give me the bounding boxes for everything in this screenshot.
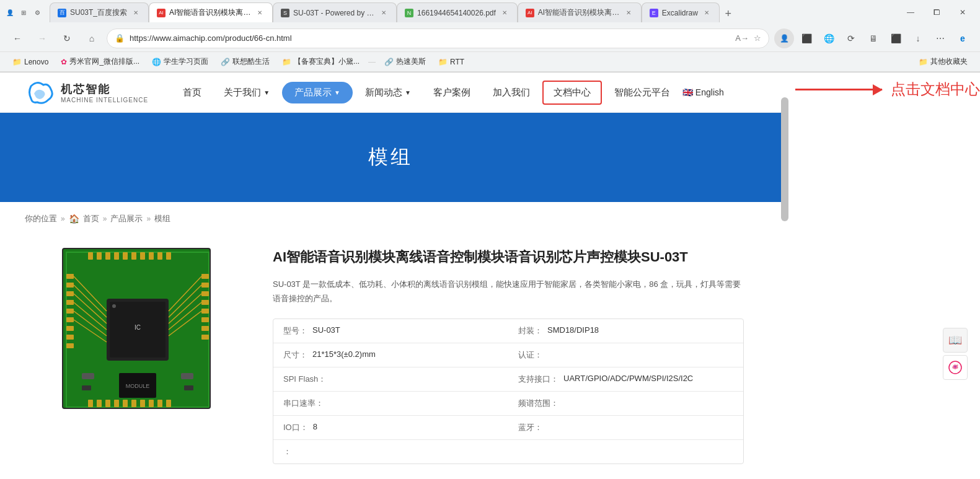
- tab-close-6[interactable]: ✕: [702, 8, 712, 18]
- folder-icon-4: 📁: [919, 58, 928, 66]
- tab-ai-voice-2[interactable]: AI AI智能语音识别模块离线… ✕: [518, 2, 642, 22]
- logo-sub-text: MACHINE INTELLIGENCE: [61, 97, 148, 103]
- breadcrumb-sep-3: »: [146, 214, 151, 223]
- back-button[interactable]: ←: [7, 29, 27, 48]
- tab-close-1[interactable]: ✕: [131, 8, 141, 18]
- specs-table: 型号： SU-03T 封装： SMD18/DIP18 尺寸：: [273, 319, 744, 464]
- svg-rect-38: [82, 385, 91, 390]
- svg-rect-42: [105, 252, 110, 260]
- bookmark-label-remei: 热速美斯: [396, 56, 426, 67]
- logo-text-area: 机芯智能 MACHINE INTELLIGENCE: [61, 82, 148, 103]
- bookmark-others[interactable]: 📁 其他收藏夹: [914, 55, 973, 69]
- reload-button[interactable]: ↻: [57, 29, 77, 48]
- address-bar: ← → ↻ ⌂ 🔒 https://www.aimachip.com/produ…: [0, 25, 980, 52]
- tab-close-3[interactable]: ✕: [379, 8, 389, 18]
- svg-rect-18: [201, 335, 209, 340]
- extension-3[interactable]: ⟳: [841, 29, 861, 48]
- tab-ai-voice[interactable]: AI AI智能语音识别模块离线… ✕: [149, 2, 273, 22]
- extension-5[interactable]: ⬛: [886, 29, 906, 48]
- svg-rect-44: [123, 252, 128, 260]
- spec-row-4: 串口速率： 频谱范围：: [273, 392, 743, 416]
- nav-language[interactable]: 🇬🇧 English: [682, 87, 724, 97]
- nav-cases[interactable]: 客户案例: [423, 82, 480, 103]
- bookmark-remei[interactable]: 🔗 热速美斯: [379, 55, 431, 69]
- spec-value-io: 8: [313, 422, 317, 433]
- folder-icon-2: 📁: [282, 58, 291, 66]
- new-tab-button[interactable]: +: [720, 5, 737, 22]
- breadcrumb-products-link[interactable]: 产品展示: [110, 213, 143, 224]
- bookmark-star-icon[interactable]: ☆: [754, 33, 761, 43]
- translate-icon[interactable]: A→: [735, 33, 749, 43]
- bookmark-rtt[interactable]: 📁 RTT: [433, 56, 469, 68]
- url-bar[interactable]: 🔒 https://www.aimachip.com/product/66-cn…: [107, 29, 769, 48]
- tab-close-5[interactable]: ✕: [624, 8, 633, 18]
- svg-rect-4: [66, 291, 74, 296]
- logo-main-text: 机芯智能: [61, 82, 148, 97]
- tab-title-2: AI智能语音识别模块离线…: [169, 7, 251, 18]
- extension-1[interactable]: ⬛: [797, 29, 816, 48]
- breadcrumb-home-link[interactable]: 首页: [83, 213, 99, 224]
- float-brain-icon[interactable]: [943, 355, 968, 380]
- forward-button[interactable]: →: [32, 29, 52, 48]
- nav-products[interactable]: 产品展示 ▼: [282, 82, 353, 103]
- tab-pdf[interactable]: N 1661944654140026.pdf ✕: [397, 2, 518, 22]
- bookmark-study[interactable]: 🌐 学生学习页面: [147, 55, 213, 69]
- svg-rect-54: [123, 400, 128, 407]
- tab-favicon-1: 百: [58, 9, 66, 17]
- close-button[interactable]: ✕: [950, 4, 975, 21]
- spec-value-model: SU-03T: [312, 325, 340, 336]
- breadcrumb-prefix: 你的位置: [25, 213, 57, 224]
- menu-button[interactable]: ⋯: [930, 29, 950, 48]
- nav-join[interactable]: 加入我们: [483, 82, 540, 103]
- edge-icon[interactable]: e: [953, 29, 973, 48]
- nav-home[interactable]: 首页: [173, 82, 211, 103]
- scrollbar-thumb[interactable]: [781, 97, 788, 221]
- nav-platform[interactable]: 智能公元平台: [604, 82, 680, 103]
- site-logo[interactable]: 机芯智能 MACHINE INTELLIGENCE: [25, 80, 148, 105]
- extension-2[interactable]: 🌐: [819, 29, 839, 48]
- tab-favicon-2: AI: [157, 9, 166, 17]
- tab-excalidraw[interactable]: E Excalidraw ✕: [642, 2, 720, 22]
- restore-button[interactable]: ⧠: [924, 4, 949, 21]
- home-button[interactable]: ⌂: [82, 29, 102, 48]
- profile-icon[interactable]: 👤: [5, 7, 15, 17]
- minimize-button[interactable]: —: [898, 4, 923, 21]
- browser-window-controls: 👤 ⊞ ⚙: [5, 7, 42, 17]
- extension-6[interactable]: ↓: [908, 29, 928, 48]
- spec-label-bluetooth: 蓝牙：: [518, 422, 542, 433]
- spec-label-flash: SPI Flash：: [283, 374, 326, 385]
- bookmark-baosai[interactable]: 📁 【备赛宝典】小黛...: [277, 55, 364, 69]
- extension-4[interactable]: 🖥: [863, 29, 883, 48]
- product-section: IC: [0, 235, 781, 479]
- svg-rect-57: [149, 400, 154, 407]
- bookmark-lenovo[interactable]: 📁 Lenovo: [7, 56, 53, 68]
- bookmark-label: Lenovo: [24, 58, 48, 66]
- tab-close-4[interactable]: ✕: [500, 8, 510, 18]
- tab-baidu-search[interactable]: 百 SU03T_百度搜索 ✕: [50, 2, 149, 22]
- product-description: SU-03T 是一款低成本、低功耗、小体积的离线语音识别模组，能快速应用于智能家…: [273, 277, 744, 306]
- home-icon: 🏠: [69, 214, 79, 224]
- svg-text:MODULE: MODULE: [126, 383, 150, 389]
- spec-cell-extra: ：: [273, 440, 508, 464]
- svg-rect-47: [149, 252, 154, 260]
- nav-news[interactable]: 新闻动态 ▼: [355, 82, 421, 103]
- svg-rect-56: [140, 400, 145, 407]
- settings-icon[interactable]: ⚙: [32, 7, 42, 17]
- link-icon-2: 🔗: [221, 58, 230, 66]
- svg-text:IC: IC: [135, 324, 141, 331]
- float-book-icon[interactable]: 📖: [943, 328, 968, 353]
- window-controls-right: — ⧠ ✕: [898, 4, 975, 21]
- tab-close-2[interactable]: ✕: [255, 8, 265, 18]
- nav-about[interactable]: 关于我们 ▼: [214, 82, 280, 103]
- spec-value-package: SMD18/DIP18: [547, 325, 599, 336]
- spec-cell-bluetooth: 蓝牙：: [508, 416, 743, 439]
- url-icons: A→ ☆: [735, 33, 761, 43]
- nav-docs[interactable]: 文档中心: [542, 81, 602, 105]
- bookmark-xiumei[interactable]: ✿ 秀米官网_微信排版...: [56, 55, 144, 69]
- tab-powered-by[interactable]: S SU-03T - Powered by M… ✕: [273, 2, 397, 22]
- bookmark-lenovo-cool[interactable]: 🔗 联想酷生活: [216, 55, 275, 69]
- extensions-icon[interactable]: ⊞: [19, 7, 29, 17]
- svg-point-22: [112, 304, 116, 308]
- tab-title-6: Excalidraw: [662, 9, 698, 17]
- profile-avatar[interactable]: 👤: [774, 29, 794, 48]
